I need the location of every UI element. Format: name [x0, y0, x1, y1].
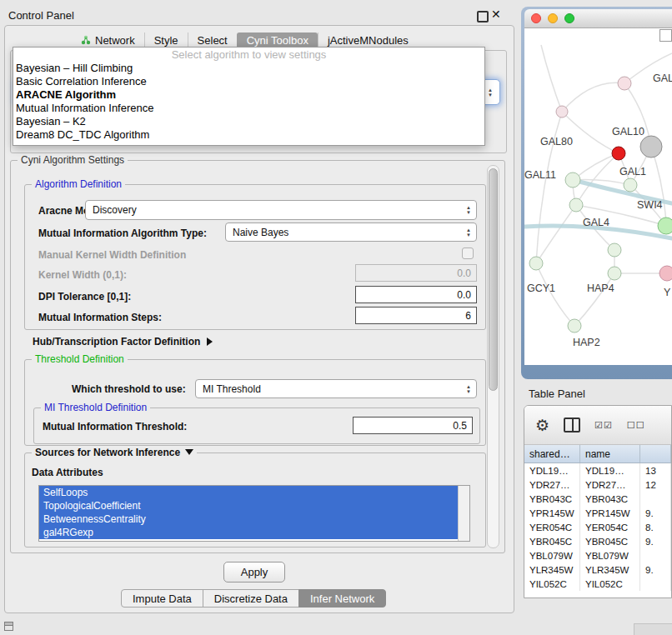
combo-arrows-icon: ▲▼ — [463, 384, 474, 394]
network-node[interactable] — [569, 198, 583, 212]
mi-type-value: Naive Bayes — [233, 227, 288, 238]
network-tab-icon — [81, 35, 91, 45]
algorithm-popup-item[interactable]: Bayesian – Hill Climbing — [13, 62, 484, 75]
network-node[interactable] — [529, 257, 543, 270]
tab-jactivemnodules[interactable]: jActiveMNodules — [318, 32, 418, 48]
algorithm-definition-title: Algorithm Definition — [32, 178, 125, 190]
settings-scrollbar-thumb[interactable] — [489, 168, 498, 391]
network-node-label: GAL80 — [540, 136, 573, 148]
network-node-label: GAL — [653, 72, 672, 84]
network-node-label: GCY1 — [527, 282, 555, 294]
attribute-item[interactable]: gal4RGexp — [39, 526, 458, 539]
table-column-header[interactable]: name — [580, 445, 640, 462]
which-threshold-combo[interactable]: MI Threshold ▲▼ — [195, 379, 477, 398]
algorithm-popup-item[interactable]: Mutual Information Inference — [13, 102, 484, 115]
network-node[interactable] — [565, 172, 580, 188]
network-node[interactable] — [618, 77, 631, 90]
table-column-header[interactable]: shared… — [524, 445, 580, 462]
network-node[interactable] — [658, 218, 672, 234]
table-cell: YLR345W — [580, 562, 640, 577]
network-nodes-layer: GAL80GAL10GAL11GAL1SWI4GAL4GCY1HAP4HAP2G… — [524, 72, 672, 348]
network-node[interactable] — [556, 106, 568, 118]
select-all-columns-icon[interactable]: ☑☑ — [594, 420, 613, 431]
table-row[interactable]: YLR345WYLR345W9. — [524, 562, 671, 577]
tab-label: Network — [95, 34, 135, 47]
network-node[interactable] — [624, 178, 637, 192]
minimize-traffic-light-icon[interactable] — [548, 13, 558, 23]
table-cell — [640, 548, 671, 562]
close-window-icon[interactable]: ✕ — [491, 8, 501, 21]
kernel-width-value: 0.0 — [457, 268, 471, 279]
attribute-item[interactable]: SelfLoops — [39, 486, 458, 499]
table-row[interactable]: YPR145WYPR145W9. — [524, 506, 671, 520]
network-view-frame: GAL80GAL10GAL11GAL1SWI4GAL4GCY1HAP4HAP2G… — [521, 7, 672, 379]
apply-button[interactable]: Apply — [223, 562, 285, 582]
dpi-tolerance-value: 0.0 — [457, 289, 471, 301]
table-row[interactable]: YIL052CYIL052C — [524, 577, 671, 591]
float-window-icon[interactable] — [477, 11, 489, 22]
algorithm-popup-item[interactable]: Basic Correlation Inference — [13, 75, 484, 88]
network-node[interactable] — [640, 136, 662, 158]
mi-threshold-field[interactable]: 0.5 — [353, 417, 473, 434]
mi-type-label: Mutual Information Algorithm Type: — [38, 228, 207, 239]
sources-group-title[interactable]: Sources for Network Inference — [32, 447, 197, 458]
network-node-label: Y — [664, 287, 671, 298]
docked-window-icon[interactable] — [4, 622, 13, 631]
data-attributes-list[interactable]: SelfLoopsTopologicalCoefficientBetweenne… — [38, 485, 470, 542]
algorithm-popup-item[interactable]: Dream8 DC_TDC Algorithm — [13, 128, 484, 142]
network-node[interactable] — [608, 243, 621, 257]
gear-icon[interactable]: ⚙ — [535, 418, 549, 433]
attribute-item[interactable]: TopologicalCoefficient — [39, 499, 458, 512]
close-traffic-light-icon[interactable] — [531, 13, 541, 23]
algorithm-popup-item[interactable]: ARACNE Algorithm — [13, 88, 484, 102]
table-column-header[interactable] — [640, 445, 671, 462]
network-node[interactable] — [568, 319, 581, 332]
tab-network[interactable]: Network — [72, 32, 144, 48]
hub-definition-toggle[interactable]: Hub/Transcription Factor Definition — [33, 336, 213, 348]
table-cell: YBR043C — [580, 492, 640, 506]
table-row[interactable]: YDL19…YDL19…13 — [524, 463, 671, 478]
table-row[interactable]: YBR043CYBR043C — [524, 492, 671, 506]
mi-threshold-label: Mutual Information Threshold: — [43, 421, 187, 432]
attributes-scrollbar[interactable] — [458, 486, 469, 541]
network-node[interactable] — [608, 267, 621, 280]
expand-right-icon — [207, 338, 213, 346]
manual-kernel-checkbox[interactable] — [462, 248, 474, 259]
kernel-width-field[interactable]: 0.0 — [355, 264, 477, 282]
columns-icon[interactable] — [564, 418, 580, 432]
algorithm-popup-item[interactable]: Bayesian – K2 — [13, 115, 484, 128]
network-node[interactable] — [659, 266, 672, 281]
deselect-all-columns-icon[interactable]: ☐☐ — [627, 420, 645, 431]
panel-corner — [634, 623, 672, 635]
network-canvas[interactable]: GAL80GAL10GAL11GAL1SWI4GAL4GCY1HAP4HAP2G… — [524, 28, 672, 365]
combo-arrows-icon: ▲▼ — [484, 88, 496, 98]
bottom-tab-infer-network[interactable]: Infer Network — [298, 589, 386, 608]
table-row[interactable]: YBL079WYBL079W — [524, 548, 671, 562]
attribute-item[interactable]: BetweennessCentrality — [39, 512, 458, 526]
zoom-traffic-light-icon[interactable] — [564, 13, 574, 23]
table-cell — [640, 492, 671, 506]
settings-scrollbar[interactable] — [487, 165, 499, 548]
table-cell: 9. — [640, 534, 671, 548]
network-node[interactable] — [612, 147, 625, 160]
table-row[interactable]: YBR045CYBR045C9. — [524, 534, 671, 548]
tab-label: jActiveMNodules — [328, 34, 409, 47]
table-cell: 13 — [640, 463, 671, 478]
aracne-mode-value: Discovery — [93, 204, 137, 216]
table-row[interactable]: YDR27…YDR27…12 — [524, 478, 671, 492]
bottom-tab-discretize-data[interactable]: Discretize Data — [203, 589, 299, 608]
network-window-titlebar[interactable] — [524, 9, 672, 28]
dpi-tolerance-field[interactable]: 0.0 — [355, 286, 477, 303]
birdseye-toggle[interactable] — [659, 29, 672, 42]
table-cell: 12 — [640, 478, 671, 492]
mi-steps-field[interactable]: 6 — [355, 307, 477, 324]
bottom-tab-impute-data[interactable]: Impute Data — [121, 589, 203, 608]
table-row[interactable]: YER054CYER054C8. — [524, 520, 671, 534]
tab-label: Select — [198, 34, 228, 47]
tab-style[interactable]: Style — [144, 32, 188, 48]
dpi-tolerance-label: DPI Tolerance [0,1]: — [38, 291, 131, 302]
tab-cyni-toolbox[interactable]: Cyni Toolbox — [237, 32, 318, 48]
tab-select[interactable]: Select — [188, 32, 237, 48]
mi-type-combo[interactable]: Naive Bayes ▲▼ — [225, 222, 477, 242]
aracne-mode-combo[interactable]: Discovery ▲▼ — [85, 200, 477, 220]
